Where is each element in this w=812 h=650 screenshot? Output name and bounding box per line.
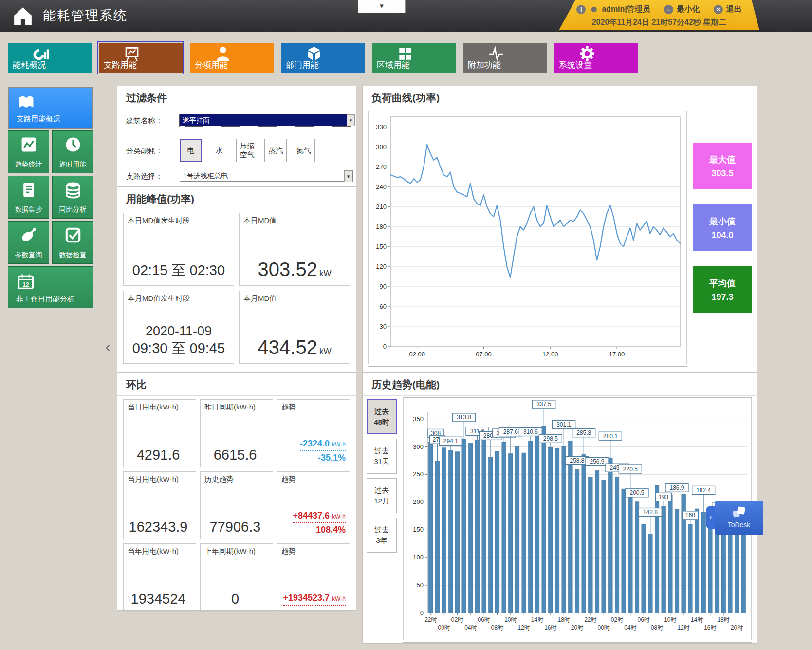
- document-icon: [20, 181, 37, 199]
- huanbi-cell-value: 162343.9: [124, 519, 193, 535]
- svg-text:50: 50: [417, 581, 424, 589]
- svg-text:186.9: 186.9: [669, 484, 684, 491]
- huanbi-panel: 环比 当日用电(kW·h)4291.6昨日同期(kW·h)6615.6趋势-23…: [117, 372, 356, 611]
- huanbi-cell: 趋势+84437.6 kW·h108.4%: [277, 471, 350, 539]
- peak-cell-value: 09:30 至 09:45: [124, 339, 234, 358]
- huanbi-trend: -2324.0 kW·h-35.1%: [300, 439, 346, 463]
- svg-text:300: 300: [413, 443, 424, 450]
- info-icon[interactable]: i: [576, 5, 586, 14]
- history-trend-chart: 05010015020025030035022时00时02时04时06时08时1…: [403, 397, 752, 643]
- svg-text:337.5: 337.5: [536, 401, 551, 408]
- svg-text:0: 0: [383, 343, 387, 350]
- history-range-tab-48时[interactable]: 过去48时: [367, 399, 397, 434]
- history-bar: [635, 502, 639, 613]
- huanbi-cell: 趋势-2324.0 kW·h-35.1%: [277, 399, 350, 467]
- svg-text:285.8: 285.8: [576, 429, 591, 436]
- history-bar: [609, 458, 613, 613]
- huanbi-cell-header: 当日用电(kW·h): [128, 403, 179, 412]
- energy-type-压缩空气[interactable]: 压缩空气: [236, 139, 258, 162]
- sidebar-item-趋势统计[interactable]: 趋势统计: [8, 130, 49, 173]
- huanbi-cell-header: 趋势: [281, 475, 296, 484]
- stat-box-最小值: 最小值104.0: [693, 204, 752, 251]
- nav-tab-支路用能[interactable]: 支路用能: [99, 43, 183, 73]
- sidebar-item-label: 逐时用能: [59, 160, 87, 169]
- nav-tab-能耗概况[interactable]: 能耗概况: [8, 43, 92, 73]
- load-curve-chart: 030609012015018021024027030033002:0007:0…: [368, 111, 687, 367]
- history-bar: [675, 509, 679, 613]
- history-range-tab-3年[interactable]: 过去3年: [367, 518, 397, 553]
- minimize-icon[interactable]: –: [664, 5, 673, 14]
- peak-cell-header: 本月MD值发生时段: [128, 294, 190, 303]
- nav-tab-系统设置[interactable]: 系统设置: [554, 43, 638, 73]
- sidebar-item-label: 数据检查: [59, 251, 87, 260]
- close-icon[interactable]: ✕: [714, 5, 723, 14]
- sidebar-item-非工作日用能分析[interactable]: 12非工作日用能分析: [8, 266, 93, 308]
- sidebar-item-label: 非工作日用能分析: [16, 295, 74, 304]
- svg-text:100: 100: [413, 554, 424, 561]
- history-bar: [575, 470, 579, 613]
- history-bar: [688, 524, 693, 613]
- sidebar-item-数据检查[interactable]: 数据检查: [52, 221, 93, 264]
- history-range-tabs: 过去48时过去31天过去12月过去3年: [367, 399, 398, 557]
- peak-cell-value: 434.52kW: [240, 336, 350, 358]
- peak-cell: 本日MD值303.52kW: [239, 213, 350, 286]
- energy-type-电[interactable]: 电: [180, 139, 202, 162]
- sidebar-item-label: 同比分析: [59, 205, 87, 214]
- book-icon: [18, 93, 35, 111]
- svg-text:08时: 08时: [651, 624, 663, 631]
- range-tab-label: 过去: [374, 524, 389, 535]
- huanbi-grid: 当日用电(kW·h)4291.6昨日同期(kW·h)6615.6趋势-2324.…: [123, 399, 350, 612]
- sidebar-item-同比分析[interactable]: 同比分析: [52, 176, 93, 219]
- user-panel: i ☻ admin|管理员 – 最小化 ✕ 退出 2020年11月24日 21时…: [559, 0, 759, 30]
- load-stats: 最大值303.5最小值104.0平均值197.3: [693, 143, 752, 328]
- range-tab-label2: 31天: [374, 456, 389, 467]
- nav-tab-label: 系统设置: [559, 59, 592, 71]
- nav-tab-附加功能[interactable]: 附加功能: [463, 43, 547, 73]
- sidebar-item-数据集抄[interactable]: 数据集抄: [8, 176, 49, 219]
- nav-tab-分项用能[interactable]: 分项用能: [190, 43, 274, 73]
- sidebar-item-label: 参数查询: [15, 251, 42, 260]
- datetime-display: 2020年11月24日 21时57分42秒 星期二: [559, 18, 759, 28]
- branch-select[interactable]: 1号进线柜总电 ▾: [180, 170, 353, 182]
- chevron-down-icon[interactable]: ▾: [344, 170, 352, 182]
- svg-text:142.8: 142.8: [643, 509, 658, 516]
- history-range-tab-12月[interactable]: 过去12月: [367, 478, 397, 513]
- history-range-tab-31天[interactable]: 过去31天: [367, 439, 397, 474]
- stat-label: 最小值: [693, 216, 752, 227]
- collapse-sidebar-chevron[interactable]: ‹: [105, 337, 111, 356]
- nav-tab-部门用能[interactable]: 部门用能: [281, 43, 365, 73]
- history-bar: [435, 461, 440, 613]
- sidebar-item-label: 趋势统计: [15, 160, 42, 169]
- todesk-collapse-chevron[interactable]: ‹: [706, 506, 715, 529]
- energy-type-氮气[interactable]: 氮气: [293, 139, 315, 162]
- branch-row: 支路选择： 1号进线柜总电 ▾: [126, 172, 168, 181]
- chevron-down-icon[interactable]: ▾: [347, 114, 355, 126]
- huanbi-cell-header: 趋势: [281, 547, 296, 556]
- svg-text:04时: 04时: [464, 624, 477, 631]
- minimize-label[interactable]: 最小化: [677, 4, 700, 15]
- svg-text:200.5: 200.5: [629, 489, 644, 496]
- home-icon[interactable]: [11, 5, 35, 27]
- huanbi-cell: 当日用电(kW·h)4291.6: [123, 399, 196, 467]
- sidebar-item-逐时用能[interactable]: 逐时用能: [52, 130, 93, 173]
- sidebar-item-参数查询[interactable]: 参数查询: [8, 221, 49, 264]
- svg-text:16时: 16时: [704, 624, 716, 631]
- svg-text:12:00: 12:00: [542, 351, 558, 358]
- stat-label: 最大值: [693, 154, 752, 166]
- energy-type-蒸汽[interactable]: 蒸汽: [264, 139, 287, 162]
- todesk-button[interactable]: ToDesk: [715, 501, 763, 535]
- collapse-header-dropdown[interactable]: ▾: [358, 0, 406, 13]
- svg-text:14时: 14时: [531, 616, 543, 623]
- svg-text:02时: 02时: [451, 616, 463, 623]
- history-bar: [449, 450, 453, 613]
- peak-cell-line1: 2020-11-09: [124, 324, 234, 339]
- history-bar: [648, 534, 653, 613]
- svg-text:330: 330: [376, 123, 387, 130]
- sidebar-item-支路用能概况[interactable]: 支路用能概况: [8, 87, 93, 129]
- energy-type-水[interactable]: 水: [208, 139, 230, 162]
- nav-tab-区域用能[interactable]: 区域用能: [372, 43, 456, 73]
- building-select[interactable]: 遂平挂面 ▾: [180, 114, 355, 126]
- svg-text:18时: 18时: [717, 616, 729, 623]
- exit-label[interactable]: 退出: [726, 4, 742, 15]
- svg-text:22时: 22时: [424, 616, 437, 623]
